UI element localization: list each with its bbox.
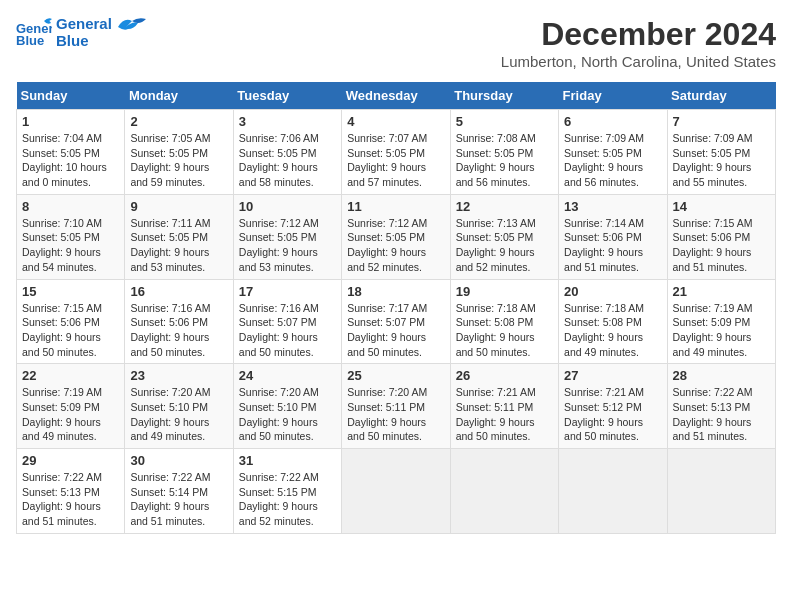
day-number: 18 — [347, 284, 444, 299]
calendar-cell: 18Sunrise: 7:17 AMSunset: 5:07 PMDayligh… — [342, 279, 450, 364]
col-thursday: Thursday — [450, 82, 558, 110]
day-info: Sunrise: 7:19 AMSunset: 5:09 PMDaylight:… — [673, 301, 770, 360]
day-number: 17 — [239, 284, 336, 299]
calendar-cell: 15Sunrise: 7:15 AMSunset: 5:06 PMDayligh… — [17, 279, 125, 364]
day-number: 23 — [130, 368, 227, 383]
day-info: Sunrise: 7:13 AMSunset: 5:05 PMDaylight:… — [456, 216, 553, 275]
day-number: 2 — [130, 114, 227, 129]
calendar-cell: 11Sunrise: 7:12 AMSunset: 5:05 PMDayligh… — [342, 194, 450, 279]
calendar-cell: 12Sunrise: 7:13 AMSunset: 5:05 PMDayligh… — [450, 194, 558, 279]
day-number: 12 — [456, 199, 553, 214]
day-number: 3 — [239, 114, 336, 129]
day-info: Sunrise: 7:21 AMSunset: 5:12 PMDaylight:… — [564, 385, 661, 444]
day-number: 25 — [347, 368, 444, 383]
day-number: 14 — [673, 199, 770, 214]
day-info: Sunrise: 7:21 AMSunset: 5:11 PMDaylight:… — [456, 385, 553, 444]
calendar-cell: 25Sunrise: 7:20 AMSunset: 5:11 PMDayligh… — [342, 364, 450, 449]
day-number: 31 — [239, 453, 336, 468]
logo-general: General — [56, 16, 112, 33]
calendar-cell: 16Sunrise: 7:16 AMSunset: 5:06 PMDayligh… — [125, 279, 233, 364]
day-info: Sunrise: 7:06 AMSunset: 5:05 PMDaylight:… — [239, 131, 336, 190]
day-number: 21 — [673, 284, 770, 299]
calendar-cell: 17Sunrise: 7:16 AMSunset: 5:07 PMDayligh… — [233, 279, 341, 364]
calendar-cell — [667, 449, 775, 534]
calendar-cell: 5Sunrise: 7:08 AMSunset: 5:05 PMDaylight… — [450, 110, 558, 195]
day-info: Sunrise: 7:08 AMSunset: 5:05 PMDaylight:… — [456, 131, 553, 190]
calendar-cell: 26Sunrise: 7:21 AMSunset: 5:11 PMDayligh… — [450, 364, 558, 449]
week-row-2: 8Sunrise: 7:10 AMSunset: 5:05 PMDaylight… — [17, 194, 776, 279]
day-number: 13 — [564, 199, 661, 214]
calendar-cell: 6Sunrise: 7:09 AMSunset: 5:05 PMDaylight… — [559, 110, 667, 195]
calendar-cell: 28Sunrise: 7:22 AMSunset: 5:13 PMDayligh… — [667, 364, 775, 449]
logo: General Blue General Blue — [16, 16, 146, 49]
day-number: 22 — [22, 368, 119, 383]
calendar-cell: 20Sunrise: 7:18 AMSunset: 5:08 PMDayligh… — [559, 279, 667, 364]
col-wednesday: Wednesday — [342, 82, 450, 110]
day-info: Sunrise: 7:20 AMSunset: 5:11 PMDaylight:… — [347, 385, 444, 444]
calendar-cell: 14Sunrise: 7:15 AMSunset: 5:06 PMDayligh… — [667, 194, 775, 279]
day-info: Sunrise: 7:12 AMSunset: 5:05 PMDaylight:… — [347, 216, 444, 275]
title-block: December 2024 Lumberton, North Carolina,… — [501, 16, 776, 70]
day-info: Sunrise: 7:17 AMSunset: 5:07 PMDaylight:… — [347, 301, 444, 360]
calendar-cell: 4Sunrise: 7:07 AMSunset: 5:05 PMDaylight… — [342, 110, 450, 195]
calendar-cell: 1Sunrise: 7:04 AMSunset: 5:05 PMDaylight… — [17, 110, 125, 195]
day-info: Sunrise: 7:15 AMSunset: 5:06 PMDaylight:… — [22, 301, 119, 360]
calendar-table: Sunday Monday Tuesday Wednesday Thursday… — [16, 82, 776, 534]
day-number: 26 — [456, 368, 553, 383]
page-header: General Blue General Blue December 2024 … — [16, 16, 776, 70]
day-number: 4 — [347, 114, 444, 129]
day-number: 1 — [22, 114, 119, 129]
col-sunday: Sunday — [17, 82, 125, 110]
day-info: Sunrise: 7:09 AMSunset: 5:05 PMDaylight:… — [564, 131, 661, 190]
day-number: 20 — [564, 284, 661, 299]
calendar-cell: 10Sunrise: 7:12 AMSunset: 5:05 PMDayligh… — [233, 194, 341, 279]
day-info: Sunrise: 7:11 AMSunset: 5:05 PMDaylight:… — [130, 216, 227, 275]
col-friday: Friday — [559, 82, 667, 110]
day-number: 7 — [673, 114, 770, 129]
calendar-cell: 2Sunrise: 7:05 AMSunset: 5:05 PMDaylight… — [125, 110, 233, 195]
day-info: Sunrise: 7:22 AMSunset: 5:13 PMDaylight:… — [22, 470, 119, 529]
calendar-cell: 21Sunrise: 7:19 AMSunset: 5:09 PMDayligh… — [667, 279, 775, 364]
header-row: Sunday Monday Tuesday Wednesday Thursday… — [17, 82, 776, 110]
day-info: Sunrise: 7:14 AMSunset: 5:06 PMDaylight:… — [564, 216, 661, 275]
day-number: 30 — [130, 453, 227, 468]
month-title: December 2024 — [501, 16, 776, 53]
day-info: Sunrise: 7:12 AMSunset: 5:05 PMDaylight:… — [239, 216, 336, 275]
calendar-cell: 27Sunrise: 7:21 AMSunset: 5:12 PMDayligh… — [559, 364, 667, 449]
day-number: 29 — [22, 453, 119, 468]
calendar-cell: 7Sunrise: 7:09 AMSunset: 5:05 PMDaylight… — [667, 110, 775, 195]
calendar-cell: 29Sunrise: 7:22 AMSunset: 5:13 PMDayligh… — [17, 449, 125, 534]
day-info: Sunrise: 7:15 AMSunset: 5:06 PMDaylight:… — [673, 216, 770, 275]
day-info: Sunrise: 7:09 AMSunset: 5:05 PMDaylight:… — [673, 131, 770, 190]
day-info: Sunrise: 7:22 AMSunset: 5:14 PMDaylight:… — [130, 470, 227, 529]
calendar-cell: 31Sunrise: 7:22 AMSunset: 5:15 PMDayligh… — [233, 449, 341, 534]
week-row-4: 22Sunrise: 7:19 AMSunset: 5:09 PMDayligh… — [17, 364, 776, 449]
day-number: 8 — [22, 199, 119, 214]
calendar-cell: 19Sunrise: 7:18 AMSunset: 5:08 PMDayligh… — [450, 279, 558, 364]
location: Lumberton, North Carolina, United States — [501, 53, 776, 70]
day-number: 19 — [456, 284, 553, 299]
logo-icon: General Blue — [16, 17, 52, 49]
calendar-cell — [559, 449, 667, 534]
day-info: Sunrise: 7:16 AMSunset: 5:07 PMDaylight:… — [239, 301, 336, 360]
day-info: Sunrise: 7:22 AMSunset: 5:13 PMDaylight:… — [673, 385, 770, 444]
calendar-cell: 30Sunrise: 7:22 AMSunset: 5:14 PMDayligh… — [125, 449, 233, 534]
day-number: 24 — [239, 368, 336, 383]
day-info: Sunrise: 7:18 AMSunset: 5:08 PMDaylight:… — [564, 301, 661, 360]
logo-blue: Blue — [56, 33, 112, 50]
day-number: 15 — [22, 284, 119, 299]
calendar-cell: 22Sunrise: 7:19 AMSunset: 5:09 PMDayligh… — [17, 364, 125, 449]
col-tuesday: Tuesday — [233, 82, 341, 110]
day-info: Sunrise: 7:22 AMSunset: 5:15 PMDaylight:… — [239, 470, 336, 529]
day-info: Sunrise: 7:19 AMSunset: 5:09 PMDaylight:… — [22, 385, 119, 444]
bird-icon — [118, 17, 146, 37]
week-row-1: 1Sunrise: 7:04 AMSunset: 5:05 PMDaylight… — [17, 110, 776, 195]
day-info: Sunrise: 7:20 AMSunset: 5:10 PMDaylight:… — [130, 385, 227, 444]
week-row-5: 29Sunrise: 7:22 AMSunset: 5:13 PMDayligh… — [17, 449, 776, 534]
day-number: 6 — [564, 114, 661, 129]
calendar-cell: 8Sunrise: 7:10 AMSunset: 5:05 PMDaylight… — [17, 194, 125, 279]
day-number: 5 — [456, 114, 553, 129]
calendar-cell — [342, 449, 450, 534]
day-number: 16 — [130, 284, 227, 299]
calendar-cell: 24Sunrise: 7:20 AMSunset: 5:10 PMDayligh… — [233, 364, 341, 449]
